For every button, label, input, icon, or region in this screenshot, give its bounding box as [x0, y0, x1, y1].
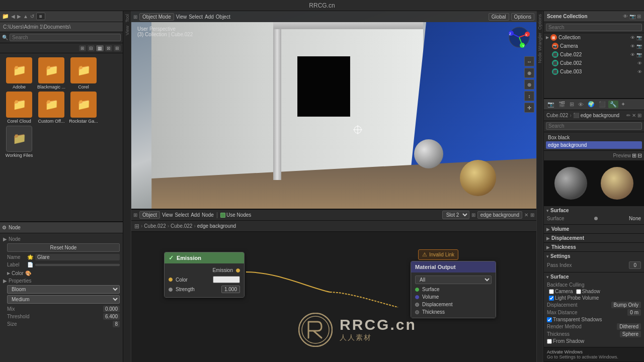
scene-item-collection[interactable]: ▶ ▦ Collection 👁 📷 [544, 33, 644, 42]
nav-up[interactable]: ▲ [23, 14, 28, 19]
mix-value[interactable]: 0.000 [103, 306, 120, 312]
ne-close-btn[interactable]: ✕ [524, 212, 528, 218]
strength-socket[interactable] [169, 288, 173, 292]
scene-item-camera[interactable]: 📷 Camera 👁 📷 [544, 42, 644, 50]
ne-material-label[interactable]: edge background [477, 211, 522, 219]
displacement-section-header[interactable]: ▶ Displacement [544, 234, 644, 242]
folder-corel-cloud[interactable]: 📁 Corel Cloud [4, 92, 34, 124]
pass-index-value[interactable]: 0 [629, 261, 641, 269]
ne-bc-cube022-1[interactable]: Cube.022 [144, 223, 166, 229]
side-tab-options[interactable]: Options [536, 13, 543, 31]
vp-tool-1[interactable]: ↔ [524, 56, 534, 66]
max-dist-value[interactable]: 0 m [627, 309, 641, 316]
vp-tool-5[interactable]: ✛ [524, 103, 534, 113]
toggle-btn[interactable]: ≡ [36, 13, 45, 20]
ne-slot-select[interactable]: Slot 2 [442, 211, 469, 219]
vp-tool-2[interactable]: ⊕ [524, 68, 534, 78]
surface-props-header[interactable]: ▾ Surface [544, 273, 644, 281]
mat-bc-cube022[interactable]: Cube.022 [546, 113, 568, 118]
prop-icon-world[interactable]: 🌍 [586, 101, 596, 108]
medium-dropdown[interactable]: Medium [7, 295, 120, 304]
ne-add-btn[interactable]: Add [191, 212, 200, 218]
folder-rockstar[interactable]: 📁 Rockstar Ga... [68, 92, 99, 124]
from-shadow-checkbox[interactable] [547, 339, 552, 344]
camera-checkbox[interactable] [549, 289, 554, 294]
mat-preview-icon1[interactable]: ⊞ [632, 152, 636, 159]
thickness-section-header[interactable]: ▶ Thickness [544, 243, 644, 251]
ne-select-btn[interactable]: Select [175, 212, 189, 218]
prop-icon-object[interactable]: ⬛ [597, 101, 607, 108]
color-swatch[interactable] [213, 276, 240, 283]
mat-surface-socket[interactable] [415, 288, 419, 292]
scene-item-cube002[interactable]: ⬛ Cube.002 👁 [544, 59, 644, 67]
col-vis-icon[interactable]: 👁 [630, 35, 635, 40]
mat-extra-icon[interactable]: ⊞ [637, 113, 641, 118]
mat-volume-socket[interactable] [415, 295, 419, 299]
vp-select-btn[interactable]: Select [189, 14, 203, 20]
cam-vis-icon[interactable]: 👁 [630, 44, 635, 49]
nav-refresh[interactable]: ↺ [30, 14, 34, 19]
ne-node-btn[interactable]: Node [202, 212, 214, 218]
folder-working-files[interactable]: 📁 Working Files [4, 126, 34, 158]
mat-item-box-black[interactable]: Box black [546, 134, 642, 141]
volume-section-header[interactable]: ▶ Volume [544, 225, 644, 233]
material-output-node[interactable]: Material Output All Surface [411, 261, 496, 318]
side-tab-node-wrangler[interactable]: Node Wrangler [536, 32, 543, 64]
folder-blackmagic[interactable]: 📁 Blackmagic ... [36, 57, 66, 89]
viewport-3d[interactable]: ⊞ Object Mode View Select Add Object Glo… [131, 11, 536, 210]
node-canvas[interactable]: ✓ Emission Emission Color [131, 232, 536, 362]
light-probe-checkbox[interactable] [549, 296, 554, 301]
mat-out-all-select[interactable]: All [415, 276, 492, 284]
vp-object-btn[interactable]: Object [216, 14, 230, 20]
view-icon-1[interactable]: ⊞ [79, 45, 86, 51]
cube022-render-icon[interactable]: 📷 [636, 52, 642, 57]
options-btn[interactable]: Options [511, 13, 534, 21]
ne-bc-edge-bg[interactable]: edge background [197, 223, 236, 229]
filter-icon[interactable]: ⊠ [105, 45, 112, 51]
ne-use-nodes-check[interactable]: Use Nodes [220, 212, 251, 218]
mat-thickness-socket[interactable] [415, 310, 419, 314]
vp-tool-4[interactable]: ↕ [524, 91, 534, 101]
color-arrow[interactable]: ▶ [7, 271, 10, 276]
side-tab-tool[interactable]: Tool [124, 13, 131, 24]
ne-extra-icon[interactable]: ⊞ [530, 212, 534, 218]
color-socket[interactable] [169, 278, 173, 282]
ne-view-btn[interactable]: View [162, 212, 173, 218]
vp-tool-3[interactable]: ⊛ [524, 79, 534, 89]
prop-icon-modifier[interactable]: 🔧 [608, 101, 618, 108]
nav-forward[interactable]: ▶ [17, 14, 21, 19]
cube003-vis-icon[interactable]: 👁 [637, 69, 642, 74]
ne-object-btn[interactable]: Object [139, 211, 160, 219]
vp-add-btn[interactable]: Add [205, 14, 214, 20]
mat-displacement-socket[interactable] [415, 303, 419, 307]
size-value[interactable]: 8 [113, 321, 120, 327]
scene-render-icon[interactable]: 📷 [629, 14, 635, 19]
prop-icon-scene[interactable]: 📷 [546, 101, 556, 108]
node-tab[interactable]: Node [9, 225, 21, 230]
cube022-vis-icon[interactable]: 👁 [630, 52, 635, 57]
sort-icon[interactable]: ⊞ [114, 45, 121, 51]
reset-node-button[interactable]: Reset Node [7, 243, 120, 252]
thickness-row-value[interactable]: Sphere [620, 331, 641, 337]
prop-icon-view[interactable]: 👁 [577, 101, 585, 108]
mat-item-edge-bg[interactable]: edge background [546, 141, 642, 149]
side-tab-view[interactable]: View [124, 25, 131, 36]
threshold-value[interactable]: 6.400 [103, 313, 120, 320]
scene-vis-icon[interactable]: 👁 [623, 14, 628, 19]
mat-search-input[interactable] [546, 122, 642, 130]
emission-out-socket[interactable] [236, 268, 240, 273]
object-mode-btn[interactable]: Object Mode [139, 13, 174, 21]
view-icon-2[interactable]: ⊟ [88, 45, 95, 51]
ne-home-icon[interactable]: ⊞ [134, 223, 139, 230]
prop-icon-particles[interactable]: ✦ [619, 101, 627, 108]
nav-back[interactable]: ◀ [11, 14, 15, 19]
viewport-gizmo[interactable]: X Y Z [508, 26, 530, 48]
folder-adobe[interactable]: 📁 Adobe [4, 57, 34, 89]
prop-icon-output[interactable]: ⊞ [568, 101, 576, 108]
surface-section-header[interactable]: ▾ Surface [544, 206, 644, 215]
folder-custom-off[interactable]: 📁 Custom Off... [36, 92, 66, 124]
label-input[interactable] [35, 264, 120, 266]
strength-value[interactable]: 1.000 [221, 286, 240, 293]
cube002-vis-icon[interactable]: 👁 [637, 61, 642, 66]
cam-render-icon[interactable]: 📷 [636, 44, 642, 49]
